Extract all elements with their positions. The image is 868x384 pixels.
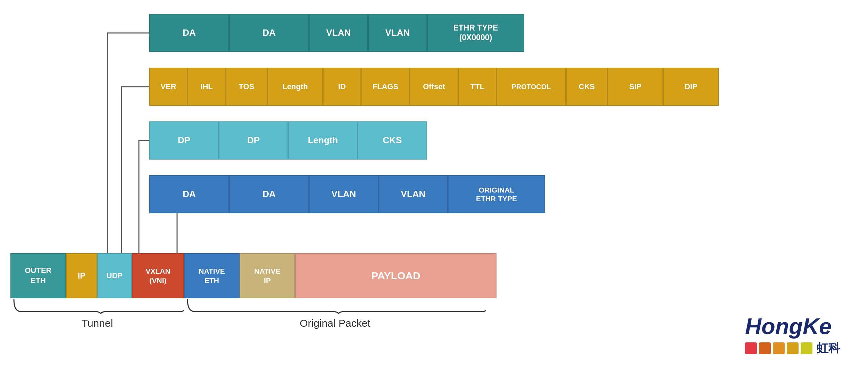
box-ver: VER bbox=[149, 68, 187, 106]
box-udp: UDP bbox=[97, 253, 132, 298]
box-dip: DIP bbox=[663, 68, 719, 106]
box-ethr-type: ETHR TYPE(0X0000) bbox=[427, 14, 524, 52]
box-sip: SIP bbox=[608, 68, 663, 106]
brace-svg-tunnel bbox=[10, 298, 184, 315]
box-original-ethr-type: ORIGINALETHR TYPE bbox=[448, 175, 545, 213]
box-da-eth-2: DA bbox=[229, 175, 309, 213]
box-offset: Offset bbox=[410, 68, 458, 106]
box-vlan-eth-1: VLAN bbox=[309, 175, 378, 213]
box-protocol: PROTOCOL bbox=[496, 68, 566, 106]
box-ttl: TTL bbox=[458, 68, 496, 106]
box-cks-udp: CKS bbox=[358, 121, 427, 160]
box-ip: IP bbox=[66, 253, 97, 298]
logo-area: HongKe 虹科 bbox=[745, 315, 840, 356]
box-native-ip: NATIVEIP bbox=[240, 253, 295, 298]
box-da-1: DA bbox=[149, 14, 229, 52]
box-native-eth: NATIVEETH bbox=[184, 253, 240, 298]
box-ihl: IHL bbox=[187, 68, 226, 106]
box-payload: PAYLOAD bbox=[295, 253, 496, 298]
box-length-udp: Length bbox=[288, 121, 358, 160]
box-cks-ip: CKS bbox=[566, 68, 608, 106]
original-packet-label: Original Packet bbox=[184, 317, 486, 329]
box-tos: TOS bbox=[226, 68, 267, 106]
logo-dot-orange bbox=[759, 342, 771, 354]
box-da-eth-1: DA bbox=[149, 175, 229, 213]
box-vlan-1: VLAN bbox=[309, 14, 368, 52]
main-container: DA DA VLAN VLAN ETHR TYPE(0X0000) VER IH… bbox=[0, 0, 868, 384]
logo-dot-yellow bbox=[801, 342, 812, 354]
row-native-eth: DA DA VLAN VLAN ORIGINALETHR TYPE bbox=[149, 175, 545, 213]
logo-subtitle: 虹科 bbox=[817, 340, 840, 356]
row-udp: DP DP Length CKS bbox=[149, 121, 427, 160]
box-da-2: DA bbox=[229, 14, 309, 52]
box-dp-2: DP bbox=[219, 121, 288, 160]
row-ip: VER IHL TOS Length ID FLAGS Offset TTL P… bbox=[149, 68, 719, 106]
box-vxlan-vni: VXLAN(VNI) bbox=[132, 253, 184, 298]
box-vlan-eth-2: VLAN bbox=[378, 175, 448, 213]
tunnel-label: Tunnel bbox=[10, 317, 184, 329]
logo-text: HongKe bbox=[745, 315, 832, 338]
logo-dot-red bbox=[745, 342, 757, 354]
logo-dot-gold bbox=[787, 342, 799, 354]
brace-svg-original bbox=[184, 298, 486, 315]
box-vlan-2: VLAN bbox=[368, 14, 427, 52]
logo-dot-amber bbox=[773, 342, 785, 354]
box-flags: FLAGS bbox=[361, 68, 410, 106]
bottom-strip: OUTERETH IP UDP VXLAN(VNI) NATIVEETH NAT… bbox=[10, 253, 496, 298]
box-id: ID bbox=[323, 68, 361, 106]
box-dp-1: DP bbox=[149, 121, 219, 160]
box-length-ip: Length bbox=[267, 68, 323, 106]
box-outer-eth: OUTERETH bbox=[10, 253, 66, 298]
row-outer-eth: DA DA VLAN VLAN ETHR TYPE(0X0000) bbox=[149, 14, 524, 52]
